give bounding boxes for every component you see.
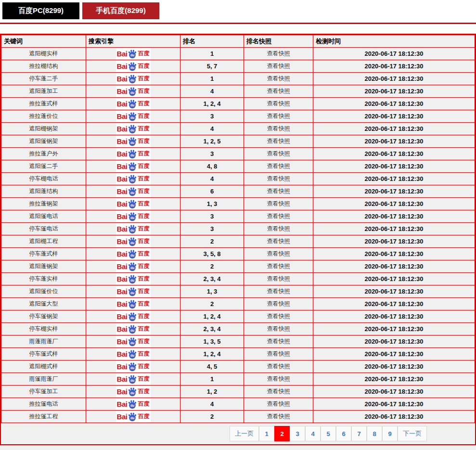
engine-cell: Bai du 百度 (86, 273, 180, 285)
page-button-8[interactable]: 8 (367, 426, 382, 441)
baidu-logo-text-cn: 百度 (138, 250, 149, 258)
check-time-cell: 2020-06-17 18:12:30 (313, 210, 475, 223)
view-snapshot-link[interactable]: 查看快照 (267, 238, 290, 244)
header-time: 检测时间 (313, 35, 475, 48)
rank-cell: 2 (180, 411, 244, 423)
baidu-paw-icon: du (128, 249, 137, 259)
pagination-strip: 上一页123456789下一页 (1, 423, 475, 444)
page-button-6[interactable]: 6 (336, 426, 351, 441)
view-snapshot-link[interactable]: 查看快照 (267, 150, 290, 157)
view-snapshot-link[interactable]: 查看快照 (267, 200, 290, 207)
view-snapshot-link[interactable]: 查看快照 (267, 338, 290, 345)
check-time-cell: 2020-06-17 18:12:30 (313, 323, 475, 335)
baidu-paw-icon: du (128, 62, 137, 71)
rank-cell: 4 (180, 398, 244, 411)
view-snapshot-link[interactable]: 查看快照 (267, 125, 290, 132)
page-button-1[interactable]: 1 (259, 426, 274, 441)
view-snapshot-link[interactable]: 查看快照 (267, 188, 290, 194)
check-time-cell: 2020-06-17 18:12:30 (313, 185, 475, 198)
table-row: 停车蓬式样 Bai du 百度 3, 5, 8 查看快照 2020 (1, 248, 475, 260)
baidu-logo-text-cn: 百度 (138, 212, 149, 220)
baidu-logo-text-bai: Bai (117, 362, 128, 371)
view-snapshot-link[interactable]: 查看快照 (267, 138, 290, 144)
check-time-cell: 2020-06-17 18:12:30 (313, 60, 475, 73)
view-snapshot-link[interactable]: 查看快照 (267, 163, 290, 169)
view-snapshot-link[interactable]: 查看快照 (267, 175, 290, 182)
baidu-paw-icon: du (128, 387, 137, 397)
keyword-cell: 遮阳棚式样 (1, 360, 86, 373)
check-time-cell: 2020-06-17 18:12:30 (313, 148, 475, 160)
baidu-logo-text-cn: 百度 (138, 62, 149, 70)
view-snapshot-link[interactable]: 查看快照 (267, 313, 290, 320)
baidu-logo-text-cn: 百度 (138, 300, 149, 308)
view-snapshot-link[interactable]: 查看快照 (267, 63, 290, 69)
view-snapshot-link[interactable]: 查看快照 (267, 388, 290, 395)
baidu-logo-text-du: du (130, 416, 134, 419)
baidu-logo: Bai du 百度 (116, 223, 151, 235)
view-snapshot-link[interactable]: 查看快照 (267, 213, 290, 219)
baidu-logo: Bai du 百度 (116, 186, 151, 197)
baidu-logo-text-bai: Bai (117, 250, 128, 258)
check-time-cell: 2020-06-17 18:12:30 (313, 335, 475, 348)
view-snapshot-link[interactable]: 查看快照 (267, 413, 290, 420)
page-button-5[interactable]: 5 (321, 426, 336, 441)
check-time-cell: 2020-06-17 18:12:30 (313, 373, 475, 386)
view-snapshot-link[interactable]: 查看快照 (267, 113, 290, 119)
view-snapshot-link[interactable]: 查看快照 (267, 300, 290, 307)
rank-cell: 2 (180, 260, 244, 273)
view-snapshot-link[interactable]: 查看快照 (267, 225, 290, 232)
page-button-2[interactable]: 2 (274, 426, 290, 441)
baidu-paw-icon: du (128, 287, 137, 296)
check-time-cell: 2020-06-17 18:12:30 (313, 360, 475, 373)
baidu-logo-text-cn: 百度 (138, 337, 149, 346)
baidu-logo-text-du: du (130, 203, 134, 206)
tab-baidu-mobile[interactable]: 手机百度(8299) (82, 2, 159, 19)
keyword-cell: 停车蓬式样 (1, 248, 86, 260)
page-button-9[interactable]: 9 (382, 426, 398, 441)
baidu-logo-text-cn: 百度 (138, 125, 149, 133)
view-snapshot-link[interactable]: 查看快照 (267, 363, 290, 370)
view-snapshot-link[interactable]: 查看快照 (267, 50, 290, 57)
prev-page-button[interactable]: 上一页 (230, 426, 259, 441)
baidu-paw-icon: du (128, 187, 137, 196)
tab-baidu-pc[interactable]: 百度PC(8299) (2, 2, 79, 19)
keyword-cell: 推拉棚结构 (1, 60, 86, 73)
baidu-paw-icon: du (128, 137, 137, 146)
view-snapshot-link[interactable]: 查看快照 (267, 250, 290, 257)
table-row: 遮阳蓬钢架 Bai du 百度 2 查看快照 2020-06-17 (1, 260, 475, 273)
baidu-logo-text-bai: Bai (117, 375, 128, 383)
baidu-paw-icon: du (128, 199, 137, 209)
baidu-logo-text-du: du (130, 153, 134, 156)
baidu-logo-text-cn: 百度 (138, 325, 149, 333)
table-row: 停车篷加工 Bai du 百度 1, 2 查看快照 2020-06 (1, 386, 475, 398)
view-snapshot-link[interactable]: 查看快照 (267, 100, 290, 107)
baidu-logo-text-du: du (130, 391, 134, 394)
view-snapshot-link[interactable]: 查看快照 (267, 400, 290, 407)
baidu-logo: Bai du 百度 (116, 261, 151, 272)
table-row: 推拉蓬价位 Bai du 百度 3 查看快照 2020-06-17 (1, 110, 475, 123)
baidu-logo-text-cn: 百度 (138, 225, 149, 233)
view-snapshot-link[interactable]: 查看快照 (267, 288, 290, 295)
next-page-button[interactable]: 下一页 (398, 426, 427, 441)
view-snapshot-link[interactable]: 查看快照 (267, 325, 290, 332)
baidu-logo-text-cn: 百度 (138, 387, 149, 396)
rank-cell: 1, 2, 4 (180, 310, 244, 323)
engine-cell: Bai du 百度 (86, 185, 180, 198)
view-snapshot-link[interactable]: 查看快照 (267, 275, 290, 282)
view-snapshot-link[interactable]: 查看快照 (267, 75, 290, 82)
rank-cell: 3 (180, 110, 244, 123)
page-button-4[interactable]: 4 (305, 426, 321, 441)
view-snapshot-link[interactable]: 查看快照 (267, 88, 290, 94)
baidu-logo-text-cn: 百度 (138, 400, 149, 408)
view-snapshot-link[interactable]: 查看快照 (267, 350, 290, 357)
view-snapshot-link[interactable]: 查看快照 (267, 375, 290, 382)
baidu-paw-icon: du (128, 87, 137, 96)
baidu-paw-icon: du (128, 224, 137, 234)
page-button-7[interactable]: 7 (351, 426, 367, 441)
baidu-logo-text-du: du (130, 90, 134, 94)
page-button-3[interactable]: 3 (290, 426, 305, 441)
baidu-logo-text-cn: 百度 (138, 150, 149, 158)
engine-cell: Bai du 百度 (86, 123, 180, 135)
view-snapshot-link[interactable]: 查看快照 (267, 263, 290, 270)
header-engine: 搜索引擎 (86, 35, 180, 48)
